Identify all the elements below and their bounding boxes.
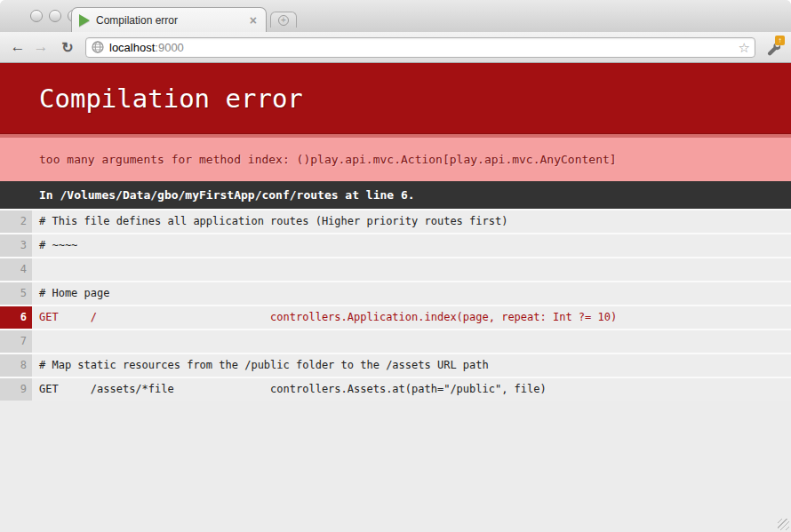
source-line-row: 9 GET /assets/*file controllers.Assets.a…	[0, 378, 791, 401]
url-port: :9000	[155, 41, 184, 54]
error-location: In /Volumes/Data/gbo/myFirstApp/conf/rou…	[0, 181, 791, 209]
back-button[interactable]: ←	[7, 38, 28, 56]
bookmark-star-icon[interactable]: ☆	[739, 40, 750, 56]
source-line-row: 3 # ~~~~	[0, 234, 791, 257]
source-line-row: 5 # Home page	[0, 282, 791, 305]
line-code	[32, 330, 39, 353]
source-line-row: 4	[0, 258, 791, 281]
source-line-row: 7	[0, 330, 791, 353]
browser-window: Compilation error × + ← → ↻ localhost:90…	[0, 0, 791, 532]
line-code: # This file defines all application rout…	[32, 210, 507, 233]
line-number: 7	[0, 330, 32, 353]
close-window-button[interactable]	[30, 10, 43, 22]
tab-title: Compilation error	[96, 14, 248, 27]
url-text: localhost:9000	[109, 41, 184, 54]
tab-compilation-error[interactable]: Compilation error ×	[71, 7, 267, 32]
globe-icon	[92, 41, 104, 53]
new-tab-button[interactable]: +	[270, 12, 297, 28]
line-code: GET / controllers.Application.index(page…	[32, 306, 617, 329]
error-page: Compilation error too many arguments for…	[0, 63, 791, 532]
browser-toolbar: ← → ↻ localhost:9000 ☆ ↑	[0, 32, 791, 63]
page-title: Compilation error	[0, 63, 791, 134]
minimize-window-button[interactable]	[49, 10, 61, 22]
line-code	[32, 258, 39, 281]
tab-close-icon[interactable]: ×	[248, 13, 259, 28]
update-badge-icon: ↑	[775, 36, 785, 45]
source-code-listing: 2 # This file defines all application ro…	[0, 209, 791, 401]
wrench-menu-button[interactable]: ↑	[763, 36, 784, 58]
line-number: 2	[0, 210, 32, 233]
line-code: # Map static resources from the /public …	[32, 354, 489, 377]
source-line-row: 6 GET / controllers.Application.index(pa…	[0, 306, 791, 329]
line-number: 4	[0, 258, 32, 281]
line-number: 6	[0, 306, 32, 329]
line-number: 3	[0, 234, 32, 257]
line-number: 9	[0, 378, 32, 401]
line-number: 8	[0, 354, 32, 377]
plus-icon: +	[278, 15, 289, 26]
resize-grip[interactable]	[778, 519, 789, 530]
url-host: localhost	[109, 41, 155, 54]
tab-strip: Compilation error × +	[0, 0, 791, 32]
play-favicon-icon	[79, 14, 90, 27]
source-line-row: 2 # This file defines all application ro…	[0, 210, 791, 233]
reload-button[interactable]: ↻	[57, 39, 78, 56]
line-code: # ~~~~	[32, 234, 77, 257]
address-bar[interactable]: localhost:9000 ☆	[85, 37, 755, 58]
line-code: # Home page	[32, 282, 109, 305]
source-line-row: 8 # Map static resources from the /publi…	[0, 354, 791, 377]
forward-button[interactable]: →	[30, 38, 52, 56]
line-number: 5	[0, 282, 32, 305]
error-detail: too many arguments for method index: ()p…	[0, 134, 791, 181]
line-code: GET /assets/*file controllers.Assets.at(…	[32, 378, 547, 401]
